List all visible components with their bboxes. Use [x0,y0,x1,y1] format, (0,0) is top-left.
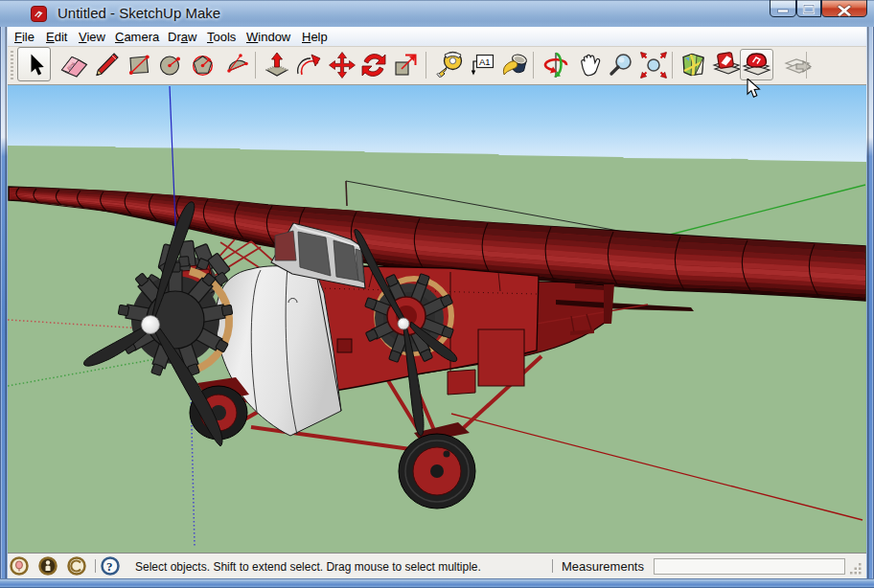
svg-text:?: ? [106,559,113,574]
svg-text:A1: A1 [479,57,491,67]
